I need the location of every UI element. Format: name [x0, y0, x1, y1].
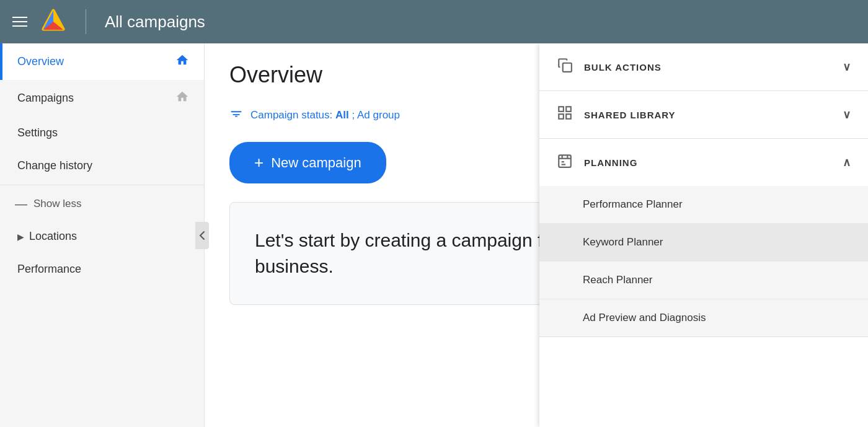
home-icon	[175, 53, 189, 70]
google-ads-logo	[40, 8, 67, 35]
bulk-actions-icon	[557, 57, 573, 77]
planning-title: PLANNING	[557, 152, 637, 172]
new-campaign-label: New campaign	[271, 155, 361, 171]
reach-planner-item[interactable]: Reach Planner	[539, 262, 868, 299]
sidebar-item-change-history-label: Change history	[17, 159, 92, 172]
sidebar-item-overview[interactable]: Overview	[0, 43, 204, 80]
performance-planner-item[interactable]: Performance Planner	[539, 186, 868, 224]
bulk-actions-label: BULK ACTIONS	[584, 62, 662, 73]
svg-rect-7	[559, 107, 564, 112]
filter-label-all: All	[335, 109, 349, 121]
shared-library-section: SHARED LIBRARY ∨	[539, 91, 868, 139]
sidebar-collapse-button[interactable]	[195, 222, 209, 249]
ad-preview-item[interactable]: Ad Preview and Diagnosis	[539, 299, 868, 337]
menu-button[interactable]	[12, 17, 27, 27]
campaigns-home-icon	[175, 90, 189, 107]
sidebar-item-campaigns[interactable]: Campaigns	[0, 80, 204, 117]
svg-rect-10	[566, 114, 571, 119]
sidebar-item-settings[interactable]: Settings	[0, 117, 204, 149]
logo-icon	[40, 8, 67, 35]
shared-library-icon	[557, 105, 573, 125]
header-divider	[86, 9, 86, 34]
sidebar-item-performance[interactable]: Performance	[0, 253, 204, 286]
filter-label-suffix: ; Ad group	[352, 109, 400, 121]
planning-chevron: ∧	[843, 156, 851, 169]
svg-rect-8	[566, 107, 571, 112]
sidebar-item-overview-label: Overview	[17, 55, 64, 68]
sidebar-item-performance-label: Performance	[17, 263, 81, 276]
sidebar-item-settings-label: Settings	[17, 126, 58, 139]
new-campaign-button[interactable]: + New campaign	[229, 142, 386, 183]
plus-icon: +	[254, 153, 264, 172]
page-title: All campaigns	[105, 12, 205, 32]
show-less-button[interactable]: — Show less	[0, 188, 204, 220]
sidebar-item-locations-label: Locations	[29, 230, 77, 243]
bulk-actions-title: BULK ACTIONS	[557, 57, 662, 77]
filter-text: Campaign status: All ; Ad group	[250, 109, 400, 121]
ad-preview-label: Ad Preview and Diagnosis	[583, 312, 706, 324]
sidebar-divider	[0, 185, 204, 185]
svg-rect-11	[559, 155, 571, 167]
keyword-planner-label: Keyword Planner	[583, 236, 663, 248]
body-area: Overview Campaigns Settings Change histo…	[0, 43, 868, 427]
shared-library-chevron: ∨	[843, 108, 851, 121]
reach-planner-label: Reach Planner	[583, 274, 652, 286]
planning-label: PLANNING	[584, 157, 637, 168]
sidebar: Overview Campaigns Settings Change histo…	[0, 43, 205, 427]
keyword-planner-item[interactable]: Keyword Planner	[539, 224, 868, 262]
shared-library-label: SHARED LIBRARY	[584, 110, 676, 120]
bulk-actions-chevron: ∨	[843, 60, 851, 74]
app-header: All campaigns	[0, 0, 868, 43]
bulk-actions-section: BULK ACTIONS ∨	[539, 43, 868, 91]
filter-label-prefix: Campaign status:	[250, 109, 335, 121]
sidebar-item-change-history[interactable]: Change history	[0, 149, 204, 182]
filter-icon	[229, 107, 243, 123]
right-panel: BULK ACTIONS ∨ SHARED LIBRARY ∨	[539, 43, 868, 427]
planning-sub-items: Performance Planner Keyword Planner Reac…	[539, 186, 868, 337]
planning-icon	[557, 152, 573, 172]
planning-section: PLANNING ∧ Performance Planner Keyword P…	[539, 139, 868, 337]
shared-library-title: SHARED LIBRARY	[557, 105, 676, 125]
svg-rect-6	[563, 63, 572, 72]
show-less-label: Show less	[33, 198, 81, 210]
planning-header[interactable]: PLANNING ∧	[539, 139, 868, 186]
sidebar-item-campaigns-label: Campaigns	[17, 92, 74, 105]
svg-rect-9	[559, 114, 564, 119]
shared-library-header[interactable]: SHARED LIBRARY ∨	[539, 91, 868, 138]
performance-planner-label: Performance Planner	[583, 198, 683, 210]
sidebar-item-locations[interactable]: ▶ Locations	[0, 220, 204, 253]
bulk-actions-header[interactable]: BULK ACTIONS ∨	[539, 43, 868, 90]
